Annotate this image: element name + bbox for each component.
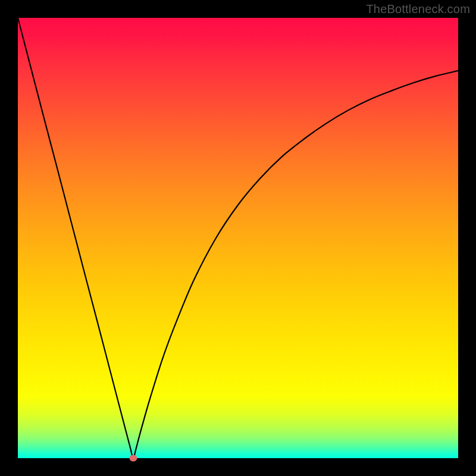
chart-frame: TheBottleneck.com — [0, 0, 476, 476]
optimum-marker — [129, 455, 137, 462]
watermark-label: TheBottleneck.com — [366, 2, 470, 16]
plot-area — [18, 18, 458, 458]
bottleneck-curve — [18, 18, 458, 458]
